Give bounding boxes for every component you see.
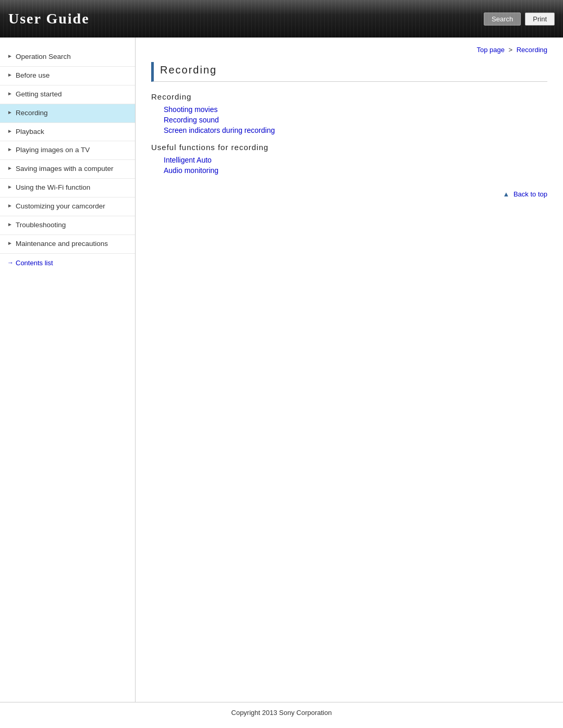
page-number: 5 bbox=[0, 723, 563, 728]
sidebar-arrow-icon-1: ► bbox=[7, 71, 13, 79]
page-title-container: Recording bbox=[151, 62, 547, 82]
back-to-top[interactable]: ▲ Back to top bbox=[151, 190, 547, 198]
print-button[interactable]: Print bbox=[525, 13, 555, 26]
section-heading-1: Useful functions for recording bbox=[151, 143, 547, 152]
sidebar-arrow-icon-2: ► bbox=[7, 90, 13, 97]
header-actions: Search Print bbox=[484, 13, 555, 26]
section-heading-0: Recording bbox=[151, 92, 547, 101]
content-link-1-0[interactable]: Intelligent Auto bbox=[164, 156, 547, 164]
header: User Guide Search Print bbox=[0, 0, 563, 38]
sidebar-arrow-icon-10: ► bbox=[7, 240, 13, 247]
sidebar-item-5[interactable]: ► Playing images on a TV bbox=[0, 141, 135, 160]
sidebar-arrow-icon-0: ► bbox=[7, 53, 13, 60]
sidebar: ► Operation Search ► Before use ► Gettin… bbox=[0, 38, 136, 702]
sidebar-item-4[interactable]: ► Playback bbox=[0, 123, 135, 142]
sidebar-arrow-icon-7: ► bbox=[7, 183, 13, 191]
content-link-1-1[interactable]: Audio monitoring bbox=[164, 166, 547, 175]
search-button[interactable]: Search bbox=[484, 13, 521, 26]
breadcrumb-current: Recording bbox=[517, 46, 547, 54]
sidebar-item-8[interactable]: ► Customizing your camcorder bbox=[0, 198, 135, 216]
footer: Copyright 2013 Sony Corporation bbox=[0, 702, 563, 723]
sidebar-item-6[interactable]: ► Saving images with a computer bbox=[0, 160, 135, 179]
sidebar-item-label-2: Getting started bbox=[16, 90, 129, 100]
sidebar-arrow-icon-8: ► bbox=[7, 202, 13, 209]
content-area: Top page > Recording Recording Recording… bbox=[136, 38, 563, 702]
main-layout: ► Operation Search ► Before use ► Gettin… bbox=[0, 38, 563, 702]
sidebar-item-label-1: Before use bbox=[16, 71, 129, 81]
sidebar-item-label-6: Saving images with a computer bbox=[16, 164, 129, 174]
sidebar-item-1[interactable]: ► Before use bbox=[0, 67, 135, 85]
breadcrumb-separator: > bbox=[507, 46, 515, 54]
sidebar-item-0[interactable]: ► Operation Search bbox=[0, 48, 135, 67]
sidebar-arrow-icon-6: ► bbox=[7, 165, 13, 172]
sidebar-item-label-0: Operation Search bbox=[16, 52, 129, 62]
copyright: Copyright 2013 Sony Corporation bbox=[231, 709, 332, 717]
app-title: User Guide bbox=[8, 10, 90, 27]
sidebar-item-label-3: Recording bbox=[16, 108, 129, 118]
sidebar-arrow-icon-4: ► bbox=[7, 128, 13, 135]
sidebar-item-2[interactable]: ► Getting started bbox=[0, 85, 135, 104]
contents-list-link[interactable]: → Contents list bbox=[0, 254, 135, 272]
breadcrumb: Top page > Recording bbox=[151, 46, 547, 54]
sidebar-item-label-7: Using the Wi-Fi function bbox=[16, 183, 129, 193]
contents-list-label: Contents list bbox=[16, 259, 53, 267]
sidebar-item-label-4: Playback bbox=[16, 127, 129, 137]
sidebar-item-label-10: Maintenance and precautions bbox=[16, 239, 129, 249]
sidebar-item-7[interactable]: ► Using the Wi-Fi function bbox=[0, 179, 135, 198]
sidebar-item-label-5: Playing images on a TV bbox=[16, 145, 129, 155]
breadcrumb-top[interactable]: Top page bbox=[476, 46, 505, 54]
content-link-0-2[interactable]: Screen indicators during recording bbox=[164, 126, 547, 134]
page-title: Recording bbox=[160, 64, 547, 76]
sidebar-item-9[interactable]: ► Troubleshooting bbox=[0, 216, 135, 235]
sidebar-arrow-icon-3: ► bbox=[7, 109, 13, 116]
contents-list-arrow-icon: → bbox=[7, 259, 14, 266]
sidebar-arrow-icon-5: ► bbox=[7, 146, 13, 153]
sidebar-item-label-9: Troubleshooting bbox=[16, 220, 129, 230]
sidebar-item-label-8: Customizing your camcorder bbox=[16, 202, 129, 212]
sidebar-item-3[interactable]: ► Recording bbox=[0, 104, 135, 123]
content-link-0-0[interactable]: Shooting movies bbox=[164, 105, 547, 114]
back-to-top-label: Back to top bbox=[513, 190, 547, 198]
sidebar-arrow-icon-9: ► bbox=[7, 221, 13, 228]
content-link-0-1[interactable]: Recording sound bbox=[164, 116, 547, 124]
sidebar-item-10[interactable]: ► Maintenance and precautions bbox=[0, 235, 135, 254]
back-to-top-icon: ▲ bbox=[503, 190, 509, 198]
